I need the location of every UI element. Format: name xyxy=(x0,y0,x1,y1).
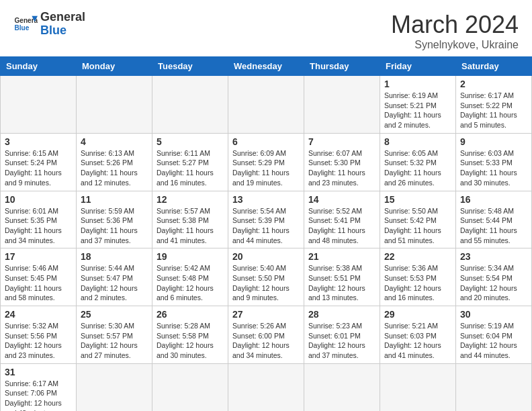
calendar-cell-0-0 xyxy=(1,76,77,134)
calendar-cell-0-4 xyxy=(304,76,380,134)
weekday-header-monday: Monday xyxy=(77,57,152,76)
cell-sun-info: Sunrise: 5:46 AMSunset: 5:45 PMDaylight:… xyxy=(5,263,72,303)
cell-day-number: 14 xyxy=(308,194,375,205)
cell-sun-info: Sunrise: 6:01 AMSunset: 5:35 PMDaylight:… xyxy=(5,206,72,246)
cell-sun-info: Sunrise: 6:09 AMSunset: 5:29 PMDaylight:… xyxy=(232,148,300,188)
weekday-header-wednesday: Wednesday xyxy=(228,57,304,76)
weekday-header-thursday: Thursday xyxy=(304,57,380,76)
calendar-week-6: 31Sunrise: 6:17 AMSunset: 7:06 PMDayligh… xyxy=(1,363,532,411)
title-block: March 2024 Synelnykove, Ukraine xyxy=(391,11,519,51)
calendar-week-4: 17Sunrise: 5:46 AMSunset: 5:45 PMDayligh… xyxy=(1,248,532,306)
cell-sun-info: Sunrise: 6:05 AMSunset: 5:32 PMDaylight:… xyxy=(384,148,451,188)
cell-day-number: 11 xyxy=(81,194,148,205)
weekday-header-tuesday: Tuesday xyxy=(152,57,228,76)
calendar-cell-2-5: 15Sunrise: 5:50 AMSunset: 5:42 PMDayligh… xyxy=(380,191,456,248)
cell-day-number: 20 xyxy=(232,251,300,262)
cell-day-number: 21 xyxy=(308,251,375,262)
cell-day-number: 9 xyxy=(460,136,527,147)
weekday-header-sunday: Sunday xyxy=(1,57,77,76)
calendar-cell-3-5: 22Sunrise: 5:36 AMSunset: 5:53 PMDayligh… xyxy=(380,248,456,306)
calendar-cell-0-6: 2Sunrise: 6:17 AMSunset: 5:22 PMDaylight… xyxy=(456,76,532,134)
calendar-cell-1-2: 5Sunrise: 6:11 AMSunset: 5:27 PMDaylight… xyxy=(152,133,228,191)
cell-day-number: 2 xyxy=(460,79,527,89)
cell-day-number: 28 xyxy=(308,309,375,320)
cell-sun-info: Sunrise: 6:03 AMSunset: 5:33 PMDaylight:… xyxy=(460,148,527,188)
logo: General Blue General Blue xyxy=(13,11,85,38)
calendar-cell-5-3 xyxy=(228,363,304,411)
weekday-header-saturday: Saturday xyxy=(456,57,532,76)
cell-day-number: 27 xyxy=(232,309,300,320)
cell-sun-info: Sunrise: 5:57 AMSunset: 5:38 PMDaylight:… xyxy=(157,206,224,246)
cell-day-number: 8 xyxy=(384,136,451,147)
calendar-week-5: 24Sunrise: 5:32 AMSunset: 5:56 PMDayligh… xyxy=(1,306,532,364)
cell-day-number: 19 xyxy=(157,251,224,262)
weekday-header-row: SundayMondayTuesdayWednesdayThursdayFrid… xyxy=(1,57,532,76)
cell-day-number: 5 xyxy=(157,136,224,147)
cell-sun-info: Sunrise: 6:17 AMSunset: 7:06 PMDaylight:… xyxy=(5,379,72,411)
cell-sun-info: Sunrise: 5:28 AMSunset: 5:58 PMDaylight:… xyxy=(157,321,224,361)
calendar-cell-1-4: 7Sunrise: 6:07 AMSunset: 5:30 PMDaylight… xyxy=(304,133,380,191)
calendar-cell-5-0: 31Sunrise: 6:17 AMSunset: 7:06 PMDayligh… xyxy=(1,363,77,411)
calendar-table: SundayMondayTuesdayWednesdayThursdayFrid… xyxy=(0,56,532,411)
cell-day-number: 12 xyxy=(157,194,224,205)
cell-day-number: 23 xyxy=(460,251,527,262)
calendar-cell-2-3: 13Sunrise: 5:54 AMSunset: 5:39 PMDayligh… xyxy=(228,191,304,248)
cell-day-number: 22 xyxy=(384,251,451,262)
cell-sun-info: Sunrise: 6:07 AMSunset: 5:30 PMDaylight:… xyxy=(308,148,375,188)
cell-day-number: 16 xyxy=(460,194,527,205)
generalblue-logo-icon: General Blue xyxy=(13,12,38,36)
calendar-cell-4-2: 26Sunrise: 5:28 AMSunset: 5:58 PMDayligh… xyxy=(152,306,228,364)
cell-sun-info: Sunrise: 5:48 AMSunset: 5:44 PMDaylight:… xyxy=(460,206,527,246)
calendar-week-3: 10Sunrise: 6:01 AMSunset: 5:35 PMDayligh… xyxy=(1,191,532,248)
cell-sun-info: Sunrise: 5:44 AMSunset: 5:47 PMDaylight:… xyxy=(81,263,148,303)
calendar-cell-1-3: 6Sunrise: 6:09 AMSunset: 5:29 PMDaylight… xyxy=(228,133,304,191)
cell-day-number: 13 xyxy=(232,194,300,205)
cell-day-number: 31 xyxy=(5,367,72,377)
calendar-cell-0-3 xyxy=(228,76,304,134)
calendar-cell-0-5: 1Sunrise: 6:19 AMSunset: 5:21 PMDaylight… xyxy=(380,76,456,134)
calendar-cell-1-6: 9Sunrise: 6:03 AMSunset: 5:33 PMDaylight… xyxy=(456,133,532,191)
calendar-cell-0-1 xyxy=(77,76,152,134)
cell-day-number: 3 xyxy=(5,136,72,147)
calendar-cell-2-0: 10Sunrise: 6:01 AMSunset: 5:35 PMDayligh… xyxy=(1,191,77,248)
calendar-cell-2-2: 12Sunrise: 5:57 AMSunset: 5:38 PMDayligh… xyxy=(152,191,228,248)
cell-sun-info: Sunrise: 5:36 AMSunset: 5:53 PMDaylight:… xyxy=(384,263,451,303)
cell-sun-info: Sunrise: 5:38 AMSunset: 5:51 PMDaylight:… xyxy=(308,263,375,303)
cell-day-number: 26 xyxy=(157,309,224,320)
calendar-cell-2-4: 14Sunrise: 5:52 AMSunset: 5:41 PMDayligh… xyxy=(304,191,380,248)
cell-day-number: 25 xyxy=(81,309,148,320)
calendar-cell-3-2: 19Sunrise: 5:42 AMSunset: 5:48 PMDayligh… xyxy=(152,248,228,306)
cell-sun-info: Sunrise: 5:52 AMSunset: 5:41 PMDaylight:… xyxy=(308,206,375,246)
calendar-cell-5-4 xyxy=(304,363,380,411)
calendar-cell-1-1: 4Sunrise: 6:13 AMSunset: 5:26 PMDaylight… xyxy=(77,133,152,191)
cell-sun-info: Sunrise: 5:59 AMSunset: 5:36 PMDaylight:… xyxy=(81,206,148,246)
calendar-cell-0-2 xyxy=(152,76,228,134)
cell-sun-info: Sunrise: 5:34 AMSunset: 5:54 PMDaylight:… xyxy=(460,263,527,303)
cell-sun-info: Sunrise: 6:13 AMSunset: 5:26 PMDaylight:… xyxy=(81,148,148,188)
calendar-cell-4-6: 30Sunrise: 5:19 AMSunset: 6:04 PMDayligh… xyxy=(456,306,532,364)
cell-sun-info: Sunrise: 6:17 AMSunset: 5:22 PMDaylight:… xyxy=(460,91,527,130)
cell-sun-info: Sunrise: 6:19 AMSunset: 5:21 PMDaylight:… xyxy=(384,91,451,130)
calendar-cell-3-3: 20Sunrise: 5:40 AMSunset: 5:50 PMDayligh… xyxy=(228,248,304,306)
calendar-cell-3-1: 18Sunrise: 5:44 AMSunset: 5:47 PMDayligh… xyxy=(77,248,152,306)
calendar-week-2: 3Sunrise: 6:15 AMSunset: 5:24 PMDaylight… xyxy=(1,133,532,191)
cell-sun-info: Sunrise: 5:26 AMSunset: 6:00 PMDaylight:… xyxy=(232,321,300,361)
calendar-cell-2-6: 16Sunrise: 5:48 AMSunset: 5:44 PMDayligh… xyxy=(456,191,532,248)
logo-general: General xyxy=(40,11,85,24)
cell-day-number: 24 xyxy=(5,309,72,320)
cell-sun-info: Sunrise: 5:54 AMSunset: 5:39 PMDaylight:… xyxy=(232,206,300,246)
calendar-location: Synelnykove, Ukraine xyxy=(391,39,519,51)
cell-day-number: 10 xyxy=(5,194,72,205)
logo-blue: Blue xyxy=(40,24,85,38)
calendar-cell-5-6 xyxy=(456,363,532,411)
calendar-cell-3-4: 21Sunrise: 5:38 AMSunset: 5:51 PMDayligh… xyxy=(304,248,380,306)
cell-day-number: 17 xyxy=(5,251,72,262)
cell-day-number: 1 xyxy=(384,79,451,89)
calendar-cell-1-0: 3Sunrise: 6:15 AMSunset: 5:24 PMDaylight… xyxy=(1,133,77,191)
cell-sun-info: Sunrise: 5:21 AMSunset: 6:03 PMDaylight:… xyxy=(384,321,451,361)
calendar-week-1: 1Sunrise: 6:19 AMSunset: 5:21 PMDaylight… xyxy=(1,76,532,134)
calendar-cell-1-5: 8Sunrise: 6:05 AMSunset: 5:32 PMDaylight… xyxy=(380,133,456,191)
cell-day-number: 18 xyxy=(81,251,148,262)
cell-sun-info: Sunrise: 5:42 AMSunset: 5:48 PMDaylight:… xyxy=(157,263,224,303)
cell-day-number: 30 xyxy=(460,309,527,320)
